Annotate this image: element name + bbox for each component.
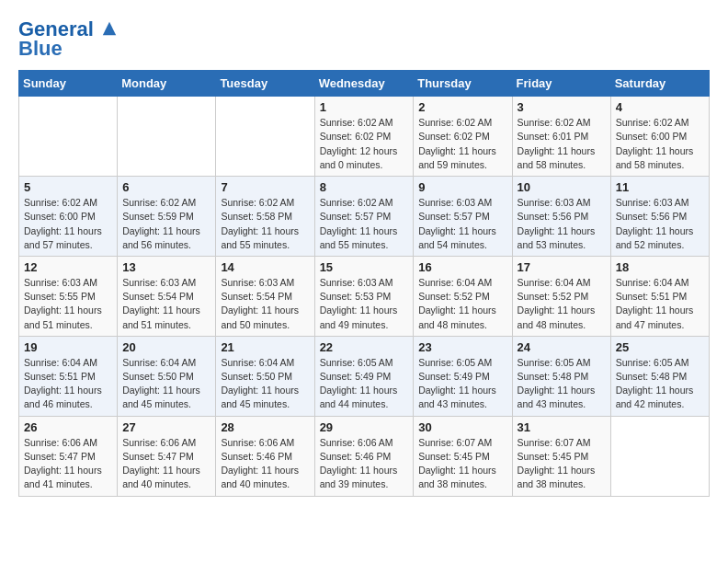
day-info: Sunrise: 6:05 AMSunset: 5:48 PMDaylight:…: [616, 356, 704, 412]
calendar-table: SundayMondayTuesdayWednesdayThursdayFrid…: [18, 70, 710, 496]
table-row: 11Sunrise: 6:03 AMSunset: 5:56 PMDayligh…: [610, 177, 709, 257]
day-number: 30: [418, 420, 506, 434]
day-info: Sunrise: 6:07 AMSunset: 5:45 PMDaylight:…: [418, 436, 506, 492]
day-number: 17: [518, 260, 606, 274]
day-info: Sunrise: 6:02 AMSunset: 6:02 PMDaylight:…: [320, 116, 409, 172]
table-row: 15Sunrise: 6:03 AMSunset: 5:53 PMDayligh…: [314, 256, 414, 336]
day-info: Sunrise: 6:03 AMSunset: 5:55 PMDaylight:…: [24, 276, 112, 332]
day-number: 21: [221, 340, 309, 354]
table-row: 3Sunrise: 6:02 AMSunset: 6:01 PMDaylight…: [512, 97, 610, 177]
col-header-thursday: Thursday: [414, 71, 512, 97]
table-row: 18Sunrise: 6:04 AMSunset: 5:51 PMDayligh…: [610, 256, 709, 336]
table-row: 26Sunrise: 6:06 AMSunset: 5:47 PMDayligh…: [19, 416, 118, 496]
day-number: 1: [320, 100, 409, 114]
day-info: Sunrise: 6:05 AMSunset: 5:48 PMDaylight:…: [518, 356, 606, 412]
day-number: 3: [518, 100, 606, 114]
table-row: [216, 97, 314, 177]
day-number: 19: [24, 340, 112, 354]
day-info: Sunrise: 6:07 AMSunset: 5:45 PMDaylight:…: [518, 436, 606, 492]
day-info: Sunrise: 6:05 AMSunset: 5:49 PMDaylight:…: [418, 356, 506, 412]
day-number: 27: [122, 420, 210, 434]
table-row: 1Sunrise: 6:02 AMSunset: 6:02 PMDaylight…: [314, 97, 414, 177]
day-number: 28: [221, 420, 309, 434]
table-row: 23Sunrise: 6:05 AMSunset: 5:49 PMDayligh…: [414, 336, 512, 416]
day-info: Sunrise: 6:02 AMSunset: 6:00 PMDaylight:…: [24, 196, 112, 252]
day-number: 14: [221, 260, 309, 274]
col-header-saturday: Saturday: [610, 71, 709, 97]
day-number: 10: [518, 180, 606, 194]
day-number: 9: [418, 180, 506, 194]
day-number: 23: [418, 340, 506, 354]
day-info: Sunrise: 6:06 AMSunset: 5:47 PMDaylight:…: [122, 436, 210, 492]
day-number: 5: [24, 180, 112, 194]
table-row: 22Sunrise: 6:05 AMSunset: 5:49 PMDayligh…: [314, 336, 414, 416]
table-row: 31Sunrise: 6:07 AMSunset: 5:45 PMDayligh…: [512, 416, 610, 496]
table-row: 7Sunrise: 6:02 AMSunset: 5:58 PMDaylight…: [216, 177, 314, 257]
day-number: 16: [418, 260, 506, 274]
day-info: Sunrise: 6:02 AMSunset: 6:01 PMDaylight:…: [518, 116, 606, 172]
table-row: 13Sunrise: 6:03 AMSunset: 5:54 PMDayligh…: [118, 256, 216, 336]
day-info: Sunrise: 6:04 AMSunset: 5:52 PMDaylight:…: [518, 276, 606, 332]
day-number: 24: [518, 340, 606, 354]
day-info: Sunrise: 6:03 AMSunset: 5:53 PMDaylight:…: [320, 276, 409, 332]
day-info: Sunrise: 6:04 AMSunset: 5:52 PMDaylight:…: [418, 276, 506, 332]
table-row: 30Sunrise: 6:07 AMSunset: 5:45 PMDayligh…: [414, 416, 512, 496]
day-number: 4: [616, 100, 704, 114]
day-number: 22: [320, 340, 409, 354]
table-row: 10Sunrise: 6:03 AMSunset: 5:56 PMDayligh…: [512, 177, 610, 257]
day-info: Sunrise: 6:06 AMSunset: 5:47 PMDaylight:…: [24, 436, 112, 492]
day-number: 31: [518, 420, 606, 434]
day-info: Sunrise: 6:03 AMSunset: 5:57 PMDaylight:…: [418, 196, 506, 252]
table-row: 4Sunrise: 6:02 AMSunset: 6:00 PMDaylight…: [610, 97, 709, 177]
table-row: 5Sunrise: 6:02 AMSunset: 6:00 PMDaylight…: [19, 177, 118, 257]
table-row: [19, 97, 118, 177]
day-number: 11: [616, 180, 704, 194]
day-info: Sunrise: 6:02 AMSunset: 6:02 PMDaylight:…: [418, 116, 506, 172]
day-info: Sunrise: 6:02 AMSunset: 5:57 PMDaylight:…: [320, 196, 409, 252]
day-number: 25: [616, 340, 704, 354]
table-row: 8Sunrise: 6:02 AMSunset: 5:57 PMDaylight…: [314, 177, 414, 257]
table-row: 20Sunrise: 6:04 AMSunset: 5:50 PMDayligh…: [118, 336, 216, 416]
day-number: 2: [418, 100, 506, 114]
table-row: 17Sunrise: 6:04 AMSunset: 5:52 PMDayligh…: [512, 256, 610, 336]
svg-marker-0: [103, 22, 116, 35]
day-number: 26: [24, 420, 112, 434]
table-row: 12Sunrise: 6:03 AMSunset: 5:55 PMDayligh…: [19, 256, 118, 336]
table-row: [610, 416, 709, 496]
day-number: 6: [122, 180, 210, 194]
table-row: 14Sunrise: 6:03 AMSunset: 5:54 PMDayligh…: [216, 256, 314, 336]
day-info: Sunrise: 6:06 AMSunset: 5:46 PMDaylight:…: [320, 436, 409, 492]
table-row: 27Sunrise: 6:06 AMSunset: 5:47 PMDayligh…: [118, 416, 216, 496]
table-row: 9Sunrise: 6:03 AMSunset: 5:57 PMDaylight…: [414, 177, 512, 257]
table-row: 6Sunrise: 6:02 AMSunset: 5:59 PMDaylight…: [118, 177, 216, 257]
col-header-sunday: Sunday: [19, 71, 118, 97]
table-row: 2Sunrise: 6:02 AMSunset: 6:02 PMDaylight…: [414, 97, 512, 177]
day-info: Sunrise: 6:03 AMSunset: 5:54 PMDaylight:…: [122, 276, 210, 332]
table-row: [118, 97, 216, 177]
col-header-friday: Friday: [512, 71, 610, 97]
day-info: Sunrise: 6:04 AMSunset: 5:51 PMDaylight:…: [24, 356, 112, 412]
table-row: 16Sunrise: 6:04 AMSunset: 5:52 PMDayligh…: [414, 256, 512, 336]
day-info: Sunrise: 6:02 AMSunset: 6:00 PMDaylight:…: [616, 116, 704, 172]
table-row: 29Sunrise: 6:06 AMSunset: 5:46 PMDayligh…: [314, 416, 414, 496]
col-header-monday: Monday: [118, 71, 216, 97]
day-info: Sunrise: 6:04 AMSunset: 5:50 PMDaylight:…: [122, 356, 210, 412]
day-number: 12: [24, 260, 112, 274]
page-header: General Blue: [18, 18, 710, 61]
table-row: 24Sunrise: 6:05 AMSunset: 5:48 PMDayligh…: [512, 336, 610, 416]
day-info: Sunrise: 6:03 AMSunset: 5:56 PMDaylight:…: [616, 196, 704, 252]
day-number: 29: [320, 420, 409, 434]
day-info: Sunrise: 6:04 AMSunset: 5:50 PMDaylight:…: [221, 356, 309, 412]
day-number: 15: [320, 260, 409, 274]
day-info: Sunrise: 6:04 AMSunset: 5:51 PMDaylight:…: [616, 276, 704, 332]
day-info: Sunrise: 6:03 AMSunset: 5:54 PMDaylight:…: [221, 276, 309, 332]
table-row: 21Sunrise: 6:04 AMSunset: 5:50 PMDayligh…: [216, 336, 314, 416]
day-info: Sunrise: 6:05 AMSunset: 5:49 PMDaylight:…: [320, 356, 409, 412]
day-number: 20: [122, 340, 210, 354]
day-number: 8: [320, 180, 409, 194]
logo: General Blue: [18, 18, 118, 61]
day-info: Sunrise: 6:02 AMSunset: 5:59 PMDaylight:…: [122, 196, 210, 252]
table-row: 25Sunrise: 6:05 AMSunset: 5:48 PMDayligh…: [610, 336, 709, 416]
day-info: Sunrise: 6:03 AMSunset: 5:56 PMDaylight:…: [518, 196, 606, 252]
day-number: 7: [221, 180, 309, 194]
